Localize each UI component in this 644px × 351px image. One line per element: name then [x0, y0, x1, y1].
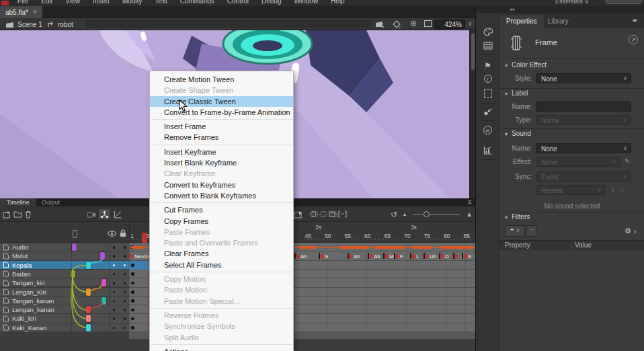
layer-row-lengan-kanan[interactable]: Lengan_kanan — [0, 305, 129, 314]
document-tab[interactable]: ab5.fla* × — [0, 6, 42, 18]
search-input[interactable] — [605, 0, 642, 4]
tab-library[interactable]: Library — [541, 15, 575, 28]
layer-visibility-dot[interactable] — [113, 317, 116, 320]
menu-item-insert-keyframe[interactable]: Insert Keyframe — [150, 147, 293, 157]
parenting-marker[interactable] — [86, 315, 91, 322]
section-color-effect[interactable]: ▾Color Effect — [505, 61, 547, 71]
timeline-menu-icon[interactable]: ≡ — [468, 198, 472, 206]
lock-column-icon[interactable] — [120, 229, 126, 237]
parenting-marker[interactable] — [72, 243, 77, 251]
layer-visibility-dot[interactable] — [113, 246, 116, 249]
brush-particles-panel-icon[interactable] — [476, 108, 499, 116]
export-frame-icon[interactable] — [293, 209, 304, 219]
transform-panel-icon[interactable] — [476, 89, 499, 99]
layer-visibility-dot[interactable] — [113, 264, 116, 267]
zoom-chevron-icon[interactable]: ∨ — [468, 20, 473, 27]
edit-symbols-icon[interactable] — [393, 20, 401, 28]
layer-lock-dot[interactable] — [124, 291, 126, 294]
layer-visibility-dot[interactable] — [113, 282, 116, 284]
menu-item-insert-frame[interactable]: Insert Frame — [150, 121, 293, 132]
scene-breadcrumb[interactable]: Scene 1 — [5, 18, 42, 30]
new-layer-icon[interactable] — [1, 209, 12, 219]
timeline-zoom-out-icon[interactable]: ▲ — [399, 209, 410, 219]
filters-table-body[interactable] — [499, 249, 644, 351]
panel-menu-icon[interactable]: ≡ — [633, 16, 637, 24]
parenting-marker[interactable] — [102, 279, 106, 286]
delete-layer-icon[interactable] — [23, 209, 34, 219]
animate-logo-icon[interactable] — [1, 1, 9, 5]
collapse-panels-icon[interactable]: ◂◂ — [510, 7, 514, 12]
menu-item-cut-frames[interactable]: Cut Frames — [150, 204, 293, 215]
show-parenting-view-icon[interactable] — [99, 209, 110, 219]
menubar-edit[interactable]: Edit — [41, 0, 52, 5]
playhead-marker[interactable] — [142, 233, 147, 243]
section-sound[interactable]: ▾Sound — [505, 130, 531, 139]
clip-bounds-icon[interactable] — [424, 20, 432, 28]
layer-visibility-dot[interactable] — [113, 309, 116, 311]
layer-row-tangan-kiri[interactable]: Tangan_kiri — [0, 278, 129, 287]
menu-item-convert-to-keyframes[interactable]: Convert to Keyframes — [150, 180, 293, 190]
camera-icon[interactable] — [86, 209, 97, 219]
parenting-marker[interactable] — [102, 297, 106, 305]
tab-output[interactable]: Output — [35, 198, 67, 206]
layer-row-audio[interactable]: Audio — [0, 243, 129, 251]
menu-item-create-motion-tween[interactable]: Create Motion Tween — [150, 74, 293, 85]
remove-filter-button[interactable]: − — [526, 225, 537, 237]
parenting-marker[interactable] — [86, 262, 91, 269]
menu-item-copy-frames[interactable]: Copy Frames — [150, 216, 293, 227]
layer-lock-dot[interactable] — [124, 246, 126, 249]
layer-visibility-dot[interactable] — [113, 255, 116, 258]
stats-panel-icon[interactable] — [476, 146, 499, 155]
loop-icon[interactable]: ↺ — [389, 209, 399, 219]
layer-row-lengan-kiri[interactable]: Lengan_Kiri — [0, 288, 129, 297]
layer-row-badan[interactable]: Badan — [0, 270, 129, 278]
parenting-marker[interactable] — [100, 252, 105, 260]
modify-onion-markers-icon[interactable] — [337, 209, 348, 219]
center-frame-icon[interactable]: ⊕ — [410, 19, 417, 28]
filter-options-gear-icon[interactable]: ⚙ ∨ — [625, 227, 637, 235]
menubar-help[interactable]: Help — [331, 0, 345, 5]
timeline-zoom-in-icon[interactable]: ▲ — [464, 209, 475, 219]
parenting-marker[interactable] — [86, 324, 91, 332]
cc-libraries-panel-icon[interactable]: ∞ — [476, 126, 499, 134]
menu-item-convert-to-frame-by-frame-animation[interactable]: Convert to Frame-by-Frame Animation› — [150, 107, 293, 118]
layer-row-kepala[interactable]: Kepala — [0, 261, 129, 270]
layer-lock-dot[interactable] — [124, 309, 126, 311]
playhead-line[interactable] — [145, 243, 146, 332]
menubar-text[interactable]: Text — [155, 0, 167, 5]
add-filter-button[interactable]: + ∨ — [505, 225, 525, 237]
menu-item-insert-blank-keyframe[interactable]: Insert Blank Keyframe — [150, 157, 293, 168]
stage-vertical-scrollbar[interactable] — [469, 30, 475, 198]
menubar-view[interactable]: View — [65, 0, 80, 5]
parenting-marker[interactable] — [86, 306, 91, 313]
timeline-zoom-slider-track[interactable] — [413, 214, 460, 214]
layer-lock-dot[interactable] — [124, 317, 126, 320]
markers-panel-icon[interactable]: ⚑ — [476, 61, 499, 71]
new-folder-icon[interactable] — [12, 209, 23, 219]
menu-item-create-classic-tween[interactable]: Create Classic Tween — [150, 96, 293, 107]
section-label[interactable]: ▾Label — [505, 89, 528, 99]
style-select[interactable]: None ∨ — [536, 73, 631, 83]
sound-name-select[interactable]: None ∨ — [536, 143, 631, 153]
menu-item-convert-to-blank-keyframes[interactable]: Convert to Blank Keyframes — [150, 190, 293, 201]
layer-row-kaki-kiri[interactable]: Kaki_kiri — [0, 314, 129, 323]
layer-visibility-dot[interactable] — [113, 291, 116, 294]
menubar-debug[interactable]: Debug — [261, 0, 281, 5]
parenting-marker[interactable] — [86, 288, 91, 296]
info-panel-icon[interactable]: i — [476, 75, 499, 83]
layer-row-mulut[interactable]: Mulut — [0, 251, 129, 260]
scrollbar-thumb[interactable] — [471, 33, 475, 70]
timeline-zoom-slider-handle[interactable] — [424, 211, 430, 217]
tab-properties[interactable]: Properties — [499, 15, 544, 28]
symbol-breadcrumb[interactable]: robot — [47, 18, 73, 30]
menubar-insert[interactable]: Insert — [93, 0, 110, 5]
menu-item-actions[interactable]: Actions — [150, 346, 293, 351]
menubar-commands[interactable]: Commands — [180, 0, 214, 5]
clip-icon[interactable] — [375, 20, 385, 28]
section-filters[interactable]: ▾Filters — [505, 213, 530, 223]
graph-editor-icon[interactable] — [112, 209, 123, 219]
layer-row-kaki-kanan[interactable]: Kaki_Kanan — [0, 323, 129, 332]
menubar-control[interactable]: Control — [227, 0, 249, 5]
eye-column-icon[interactable] — [108, 231, 116, 237]
workspace-switcher[interactable]: Essentials ∨ — [555, 0, 589, 5]
